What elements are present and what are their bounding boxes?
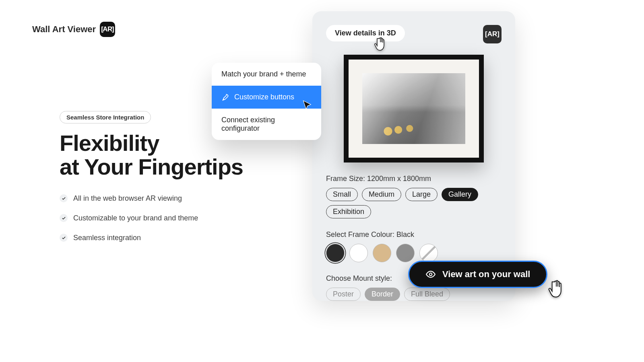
- eyebrow-pill: Seamless Store Integration: [60, 111, 151, 123]
- feature-label: All in the web browser AR viewing: [73, 194, 182, 203]
- swatch-gray[interactable]: [396, 244, 415, 262]
- size-options: Small Medium Large Gallery Exhibition: [326, 188, 502, 218]
- check-icon: [60, 194, 68, 202]
- colour-swatches: [326, 244, 502, 262]
- logo: Wall Art Viewer AR: [32, 22, 115, 37]
- feature-item: Seamless integration: [60, 234, 269, 242]
- cursor-hand-icon: [374, 35, 390, 53]
- logo-text: Wall Art Viewer: [32, 24, 96, 35]
- mount-border[interactable]: Border: [365, 288, 400, 301]
- frame-colour-label: Select Frame Colour: Black: [326, 230, 502, 239]
- swatch-black[interactable]: [326, 244, 345, 262]
- dropdown-item-connect[interactable]: Connect existing configurator: [212, 109, 321, 140]
- view-3d-button[interactable]: View details in 3D: [326, 25, 405, 41]
- size-gallery[interactable]: Gallery: [442, 188, 478, 201]
- size-exhibition[interactable]: Exhibition: [326, 205, 371, 218]
- feature-label: Seamless integration: [73, 234, 141, 242]
- ar-badge: AR: [100, 22, 115, 37]
- size-small[interactable]: Small: [326, 188, 358, 201]
- mount-full-bleed[interactable]: Full Bleed: [404, 288, 450, 301]
- check-icon: [60, 234, 68, 242]
- view-on-wall-button[interactable]: View art on your wall: [408, 261, 547, 288]
- swatch-none[interactable]: [419, 244, 438, 262]
- ar-toggle-button[interactable]: AR: [483, 25, 502, 43]
- swatch-white[interactable]: [349, 244, 368, 262]
- feature-list: All in the web browser AR viewing Custom…: [60, 194, 269, 242]
- swatch-tan[interactable]: [373, 244, 391, 262]
- artwork-frame-preview: [344, 55, 484, 162]
- mount-options: Poster Border Full Bleed: [326, 288, 502, 301]
- product-mock-card: View details in 3D AR Frame Size: 1200mm…: [312, 11, 515, 301]
- frame-size-label: Frame Size: 1200mm x 1800mm: [326, 175, 502, 183]
- svg-point-0: [429, 273, 432, 276]
- check-icon: [60, 214, 68, 222]
- brush-icon: [221, 93, 229, 101]
- feature-item: All in the web browser AR viewing: [60, 194, 269, 203]
- dropdown-item-brand[interactable]: Match your brand + theme: [212, 63, 321, 86]
- artwork-image: [362, 73, 465, 144]
- eye-icon: [425, 269, 436, 280]
- cursor-arrow-icon: [302, 100, 313, 111]
- feature-item: Customizable to your brand and theme: [60, 214, 269, 222]
- cursor-hand-icon: [547, 278, 568, 301]
- feature-label: Customizable to your brand and theme: [73, 214, 198, 222]
- size-medium[interactable]: Medium: [362, 188, 401, 201]
- mount-poster[interactable]: Poster: [326, 288, 361, 301]
- size-large[interactable]: Large: [405, 188, 438, 201]
